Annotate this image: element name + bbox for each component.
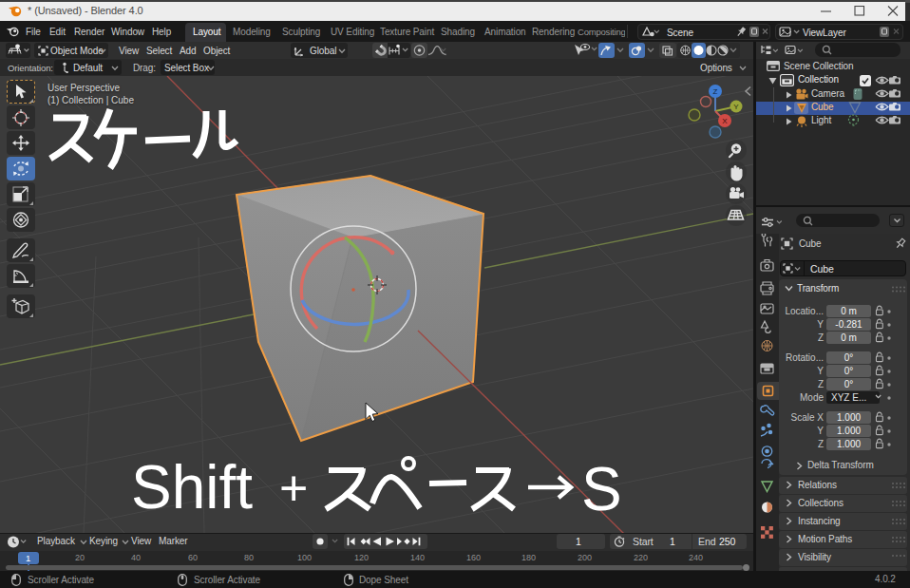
svg-text:Y: Y: [733, 103, 739, 111]
svg-text:Z: Z: [713, 87, 718, 96]
svg-text:X: X: [722, 117, 728, 125]
